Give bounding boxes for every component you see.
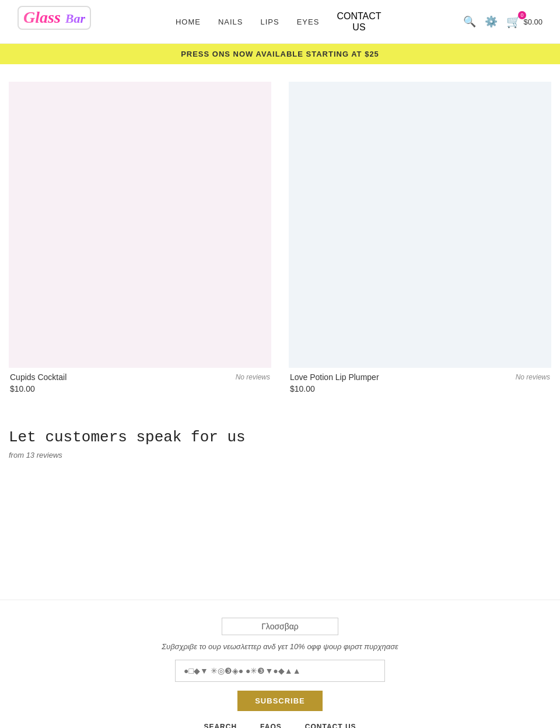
product-reviews-2: No reviews xyxy=(516,373,550,381)
nav-contact-us[interactable]: CONTACT US xyxy=(337,11,381,33)
product-card-1[interactable]: Cupids Cocktail No reviews $10.00 xyxy=(0,76,280,399)
product-image-2 xyxy=(289,82,551,368)
product-name-2: Love Potion Lip Plumper xyxy=(290,372,379,382)
main-nav: HOME NAILS LIPS EYES CONTACT US xyxy=(176,11,382,33)
banner-text: PRESS ONS NOW AVAILABLE STARTING AT $25 xyxy=(181,50,379,58)
subscribe-label: SUBSCRIBE xyxy=(255,696,305,705)
email-input-row xyxy=(12,660,548,682)
cart-button[interactable]: 0 🛒 $0.00 xyxy=(506,15,542,29)
footer-tagline: Συβσχριβε το ουρ νεωσλεττερ ανδ γετ 10% … xyxy=(12,642,548,651)
nav-nails[interactable]: NAILS xyxy=(218,18,243,26)
footer-brand-box: Γλοσσβαρ xyxy=(222,618,338,635)
cart-price: $0.00 xyxy=(523,18,542,26)
site-header: Glass Bar HOME NAILS LIPS EYES CONTACT U… xyxy=(0,0,560,44)
nav-lips[interactable]: LIPS xyxy=(261,18,279,26)
from-label: from xyxy=(9,451,24,459)
logo-gloss-text: Glass xyxy=(23,9,61,26)
cart-badge: 0 xyxy=(518,11,526,19)
product-card-2[interactable]: Love Potion Lip Plumper No reviews $10.0… xyxy=(280,76,560,399)
reviews-count: from 13 reviews xyxy=(9,451,551,459)
product-price-1: $10.00 xyxy=(9,384,271,393)
reviews-label: reviews xyxy=(37,451,62,459)
nav-contact-line1: CONTACT xyxy=(337,11,381,22)
footer-faqs-link[interactable]: FAQS xyxy=(260,723,282,728)
testimonials-section: Let customers speak for us from 13 revie… xyxy=(0,411,560,600)
email-input[interactable] xyxy=(175,660,385,682)
logo-bar-text: Bar xyxy=(65,11,85,26)
search-button[interactable]: 🔍 xyxy=(463,15,476,28)
product-reviews-1: No reviews xyxy=(236,373,270,381)
promo-banner: PRESS ONS NOW AVAILABLE STARTING AT $25 xyxy=(0,44,560,64)
nav-eyes[interactable]: EYES xyxy=(297,18,320,26)
product-image-1 xyxy=(9,82,271,368)
logo[interactable]: Glass Bar xyxy=(18,6,93,38)
footer-brand-name: Γλοσσβαρ xyxy=(261,622,299,631)
footer-brand: Γλοσσβαρ xyxy=(12,618,548,635)
nav-contact-line2: US xyxy=(352,22,365,33)
nav-home[interactable]: HOME xyxy=(176,18,201,26)
product-info-1: Cupids Cocktail No reviews xyxy=(9,372,271,382)
stars-area xyxy=(9,471,551,588)
subscribe-button[interactable]: SUBSCRIBE xyxy=(237,691,323,711)
footer-contact-link[interactable]: CONTACT US xyxy=(305,723,356,728)
review-number: 13 xyxy=(26,451,34,459)
footer: Γλοσσβαρ Συβσχριβε το ουρ νεωσλεττερ ανδ… xyxy=(0,600,560,728)
product-info-2: Love Potion Lip Plumper No reviews xyxy=(289,372,551,382)
product-price-2: $10.00 xyxy=(289,384,551,393)
footer-links: SEARCH FAQS CONTACT US xyxy=(12,723,548,728)
product-name-1: Cupids Cocktail xyxy=(10,372,66,382)
footer-search-link[interactable]: SEARCH xyxy=(204,723,237,728)
header-icons: 🔍 ⚙️ 0 🛒 $0.00 xyxy=(463,15,542,29)
products-section: Cupids Cocktail No reviews $10.00 Love P… xyxy=(0,64,560,411)
settings-button[interactable]: ⚙️ xyxy=(485,15,498,28)
testimonials-title: Let customers speak for us xyxy=(9,429,551,446)
